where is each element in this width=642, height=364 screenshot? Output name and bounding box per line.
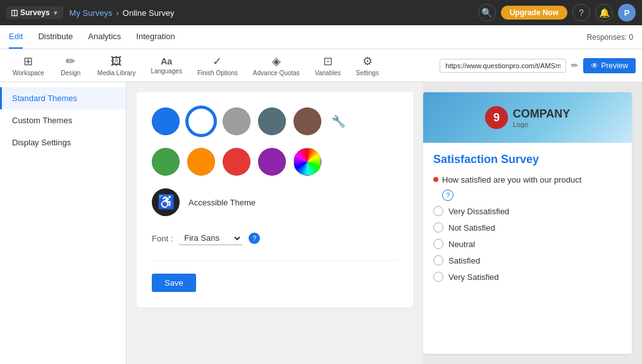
toolbar: ⊞ Workspace ✏ Design 🖼 Media Library Aa … <box>0 49 642 82</box>
dropdown-arrow: ▼ <box>52 9 59 16</box>
media-library-icon: 🖼 <box>111 55 122 68</box>
toolbar-settings[interactable]: ⚙ Settings <box>350 52 385 79</box>
tab-integration[interactable]: Integration <box>136 25 175 49</box>
notifications-icon[interactable]: 🔔 <box>595 4 613 21</box>
accessible-theme-row: ♿ Accessible Theme <box>152 188 398 216</box>
divider <box>152 260 398 261</box>
languages-icon: Aa <box>161 56 172 66</box>
workspace-icon: ⊞ <box>23 54 33 68</box>
avatar[interactable]: P <box>618 4 636 21</box>
required-dot <box>433 177 438 182</box>
top-bar-right: 🔍 Upgrade Now ? 🔔 P <box>478 4 636 21</box>
top-bar: ◫ Surveys ▼ My Surveys › Online Survey 🔍… <box>0 0 642 25</box>
toolbar-advance-quotas[interactable]: ◈ Advance Quotas <box>247 52 306 79</box>
option-very-dissatisfied: Very Dissatisfied <box>433 206 622 216</box>
theme-color-gray[interactable] <box>223 107 250 135</box>
edit-url-icon[interactable]: ✏ <box>571 61 578 70</box>
toolbar-media-library[interactable]: 🖼 Media Library <box>91 52 142 79</box>
toolbar-design[interactable]: ✏ Design <box>53 52 89 79</box>
breadcrumb-sep: › <box>116 8 119 18</box>
search-icon[interactable]: 🔍 <box>478 4 496 21</box>
font-select[interactable]: Fira Sans Arial Helvetica Georgia <box>179 231 242 245</box>
responses-count: Responses: 0 <box>587 33 633 42</box>
breadcrumb-current: Online Survey <box>123 8 175 18</box>
sidebar-item-display-settings[interactable]: Display Settings <box>0 131 126 154</box>
question-help-icon[interactable]: ? <box>442 190 454 201</box>
logo-icon: 9 <box>485 106 508 129</box>
accessible-icon[interactable]: ♿ <box>152 188 180 216</box>
design-icon: ✏ <box>66 54 75 68</box>
app-name: Surveys <box>20 8 50 17</box>
theme-color-blue[interactable] <box>152 107 180 135</box>
radio-btn-not-satisfied[interactable] <box>433 222 443 233</box>
theme-color-red[interactable] <box>223 148 250 176</box>
font-label: Font : <box>152 234 173 243</box>
svg-text:9: 9 <box>493 111 500 124</box>
save-button[interactable]: Save <box>152 274 196 292</box>
theme-color-green[interactable] <box>152 148 180 176</box>
theme-color-orange[interactable] <box>187 148 215 176</box>
breadcrumb: My Surveys › Online Survey <box>70 8 175 18</box>
survey-title: Satisfaction Survey <box>433 153 622 166</box>
sidebar-item-standard-themes[interactable]: Standard Themes <box>0 87 126 109</box>
accessible-theme-label: Accessible Theme <box>188 198 256 207</box>
variables-icon: ⊡ <box>323 54 333 68</box>
tab-edit[interactable]: Edit <box>9 25 23 49</box>
company-sub: Logo <box>513 121 571 128</box>
logo-icon: ◫ <box>11 8 18 17</box>
tab-analytics[interactable]: Analytics <box>88 25 121 49</box>
toolbar-variables[interactable]: ⊡ Variables <box>309 52 347 79</box>
color-row-2 <box>152 148 398 176</box>
preview-body: Satisfaction Survey How satisfied are yo… <box>423 143 632 298</box>
settings-icon: ⚙ <box>362 54 373 68</box>
finish-options-icon: ✓ <box>213 54 222 68</box>
radio-btn-satisfied[interactable] <box>433 255 443 265</box>
breadcrumb-link[interactable]: My Surveys <box>70 8 113 18</box>
theme-color-blue-gray[interactable] <box>258 107 286 135</box>
advance-quotas-icon: ◈ <box>272 54 281 68</box>
sidebar: Standard Themes Custom Themes Display Se… <box>0 82 127 364</box>
main-content: Standard Themes Custom Themes Display Se… <box>0 82 642 364</box>
preview-panel: 9 COMPANY Logo Satisfaction Survey How s… <box>423 92 632 354</box>
theme-panel: 🔧 ♿ Accessible Theme Font : Fira Sans <box>137 92 413 307</box>
color-row-1: 🔧 <box>152 107 398 135</box>
toolbar-finish-options[interactable]: ✓ Finish Options <box>191 52 244 79</box>
sidebar-item-custom-themes[interactable]: Custom Themes <box>0 109 126 131</box>
preview-eye-icon: 👁 <box>591 61 598 70</box>
radio-btn-very-satisfied[interactable] <box>433 272 443 282</box>
toolbar-workspace[interactable]: ⊞ Workspace <box>6 52 51 79</box>
preview-button[interactable]: 👁 Preview <box>583 58 636 73</box>
theme-color-rainbow[interactable] <box>293 148 321 176</box>
radio-btn-very-dissatisfied[interactable] <box>433 206 443 216</box>
logo-text-group: COMPANY Logo <box>513 107 571 128</box>
company-name: COMPANY <box>513 107 571 121</box>
upgrade-button[interactable]: Upgrade Now <box>501 6 567 20</box>
option-not-satisfied: Not Satisfied <box>433 222 622 233</box>
option-very-satisfied: Very Satisfied <box>433 272 622 282</box>
toolbar-right: ✏ 👁 Preview <box>440 58 636 73</box>
preview-header: 9 COMPANY Logo <box>423 92 632 143</box>
app-logo[interactable]: ◫ Surveys ▼ <box>6 6 63 19</box>
theme-color-purple[interactable] <box>258 148 286 176</box>
option-neutral: Neutral <box>433 239 622 249</box>
content-area: 🔧 ♿ Accessible Theme Font : Fira Sans <box>127 82 423 364</box>
wrench-icon[interactable]: 🔧 <box>331 114 345 128</box>
second-nav: Edit Distribute Analytics Integration Re… <box>0 25 642 49</box>
help-icon[interactable]: ? <box>572 4 590 21</box>
font-info-icon[interactable]: ? <box>249 233 260 244</box>
preview-url-input[interactable] <box>440 59 566 73</box>
theme-color-brown[interactable] <box>293 107 321 135</box>
toolbar-languages[interactable]: Aa Languages <box>144 54 188 77</box>
radio-btn-neutral[interactable] <box>433 239 443 249</box>
theme-color-white[interactable] <box>187 107 215 135</box>
question-text: How satisfied are you with our product <box>433 175 622 185</box>
font-row: Font : Fira Sans Arial Helvetica Georgia… <box>152 231 398 245</box>
option-satisfied: Satisfied <box>433 255 622 265</box>
tab-distribute[interactable]: Distribute <box>38 25 73 49</box>
preview-logo: 9 COMPANY Logo <box>485 106 571 129</box>
